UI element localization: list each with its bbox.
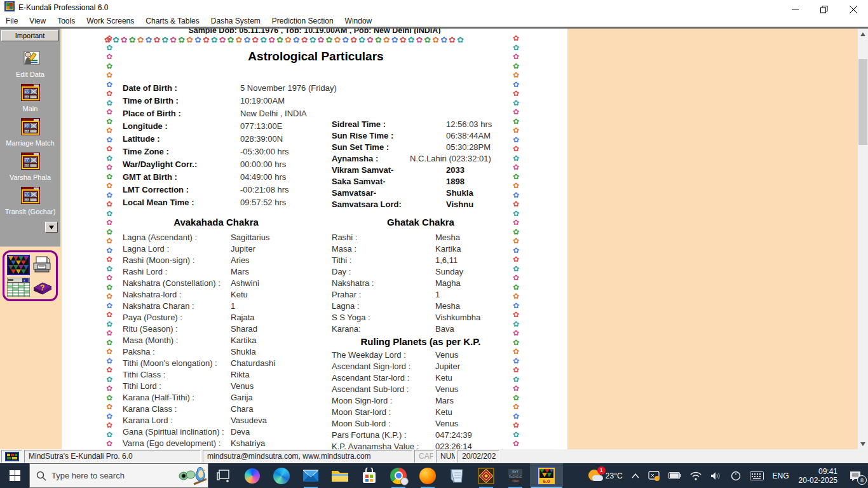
table-row: Tithi Lord : Venus: [123, 381, 336, 393]
menu-item[interactable]: Prediction Section: [266, 17, 339, 25]
row-label: S S Yoga :: [332, 313, 435, 322]
row-label: Moon Star-lord :: [332, 407, 435, 417]
row-value: -05:30:00 hrs: [240, 147, 289, 156]
table-icon[interactable]: x: [7, 278, 30, 299]
print-icon[interactable]: [31, 255, 53, 277]
row-value: Jupiter: [231, 244, 255, 254]
search-highlight-art-icon: [176, 465, 207, 487]
sidebar-scroll-down-button[interactable]: [45, 222, 58, 233]
clock-widget[interactable]: 09:41 20-02-2025: [794, 467, 843, 485]
sidebar-item-edit-data[interactable]: Edit Data: [0, 49, 60, 78]
volume-status-button[interactable]: [706, 463, 726, 488]
mail-icon: [302, 468, 319, 484]
menu-item[interactable]: Charts & Tables: [140, 17, 205, 25]
row-label: K.P. Ayanamsha Value :: [332, 442, 435, 449]
meet-now-button[interactable]: [726, 463, 745, 488]
row-value: Magha: [435, 278, 461, 288]
row-value: Venus: [231, 381, 254, 391]
table-row: Time of Birth : 10:19:00AM: [123, 96, 332, 109]
row-value: 047:24:39: [435, 430, 472, 440]
menu-item[interactable]: Tools: [51, 17, 81, 25]
table-row: Varna (Ego development) : Kshatriya: [123, 438, 336, 449]
svg-text:KeY: KeY: [512, 470, 519, 473]
file-explorer-button[interactable]: [325, 463, 355, 488]
scrollbar-thumb[interactable]: [858, 59, 867, 145]
row-value: Chara: [231, 404, 253, 414]
menu-item[interactable]: Work Screens: [81, 17, 140, 25]
copilot-button[interactable]: [238, 463, 267, 488]
wifi-status-button[interactable]: [686, 463, 706, 488]
row-value: Aries: [231, 255, 250, 265]
sidebar-item-marriage-match[interactable]: 38 Marriage Match: [0, 118, 60, 147]
notification-center-button[interactable]: 8: [843, 463, 868, 488]
help-book-icon[interactable]: ?: [31, 278, 53, 299]
ekundali-app-button[interactable]: 6.0: [530, 463, 563, 488]
row-label: Sidreal Time :: [332, 119, 446, 129]
edge-button[interactable]: [267, 463, 296, 488]
firefox-button[interactable]: [413, 463, 442, 488]
search-placeholder: Type here to search: [51, 471, 176, 480]
chevron-up-icon: [632, 473, 639, 478]
table-row: Day : Sunday: [332, 267, 522, 278]
mail-button[interactable]: [296, 463, 325, 488]
row-value: Sharad: [231, 324, 257, 334]
key-rashi-app-button[interactable]: KeYRaShiEsET8Rh: [501, 463, 530, 488]
microsoft-store-button[interactable]: [355, 463, 384, 488]
table-row: Rashi : Mesha: [332, 233, 522, 244]
kundali-chart-icon[interactable]: [7, 255, 30, 278]
table-row: S S Yoga : Vishkumbha: [332, 313, 522, 324]
notepad-button[interactable]: [442, 463, 471, 488]
row-value: Chaturdashi: [231, 358, 275, 368]
search-box[interactable]: Type here to search: [29, 463, 208, 488]
table-row: Sun Rise Time : 06:38:44AM: [332, 131, 522, 142]
firefox-icon: [419, 468, 436, 484]
table-row: War/Daylight Corr.: 00:00:00 hrs: [123, 159, 332, 172]
scroll-up-button[interactable]: [858, 29, 868, 39]
table-row: Masa (Month) : Kartika: [123, 336, 336, 347]
svg-text:38: 38: [25, 193, 30, 197]
sidebar-item-varsha-phala[interactable]: 38 Varsha Phala: [0, 152, 60, 181]
chevron-down-icon: [49, 226, 54, 229]
menu-item[interactable]: Dasha System: [205, 17, 266, 25]
row-value: 1: [231, 301, 235, 311]
touch-keyboard-button[interactable]: [745, 463, 768, 488]
taskbar: Type here to search: [0, 463, 868, 488]
row-value: 00:00:00 hrs: [240, 159, 286, 169]
row-value: Kartika: [231, 336, 256, 345]
speaker-icon: [710, 471, 722, 480]
section-title-avakahada: Avakahada Chakra: [119, 217, 313, 227]
vertical-scrollbar[interactable]: [858, 29, 868, 449]
menu-item[interactable]: Window: [339, 17, 378, 25]
row-value: 09:57:52 hrs: [240, 198, 286, 207]
cast-status-button[interactable]: [644, 463, 664, 488]
screen: E-Kundali Professional 6.0 FileViewTools…: [0, 0, 868, 488]
start-button[interactable]: [0, 463, 29, 488]
row-value: 028:39:00N: [240, 134, 283, 144]
table-row: Pars Fortuna (K.P.) : 047:24:39: [332, 430, 522, 442]
table-row: Ascendant Sub-lord : Venus: [332, 384, 522, 396]
tray-overflow-button[interactable]: [627, 463, 644, 488]
section-title-ruling-planets: Ruling Planets (as per K.P.: [329, 336, 513, 347]
row-value: 1: [435, 290, 440, 299]
menu-item[interactable]: View: [24, 17, 51, 25]
scroll-down-button[interactable]: [858, 438, 868, 449]
row-label: Paya (Posture) :: [123, 313, 231, 322]
row-value: Mesha: [435, 301, 460, 311]
sidebar-item-main[interactable]: 38 Main: [0, 84, 60, 112]
chrome-button[interactable]: [384, 463, 413, 488]
task-view-button[interactable]: [208, 463, 238, 488]
table-row: Lagna Lord : Jupiter: [123, 244, 336, 255]
language-indicator[interactable]: ENG: [768, 463, 794, 488]
battery-status-button[interactable]: [664, 463, 686, 488]
sidebar-item-transit-gochar[interactable]: 38 Transit (Gochar): [0, 187, 60, 215]
weather-widget[interactable]: 1 23°C: [583, 463, 627, 488]
row-label: Nakshatra Charan :: [123, 301, 231, 311]
row-value: Vasudeva: [231, 416, 267, 425]
row-label: Ascendant Star-lord :: [332, 373, 435, 383]
statusbar-caps-indicator: CAP:: [414, 450, 434, 463]
chevron-down-icon: [860, 442, 865, 446]
kundali-diamond-app-button[interactable]: [471, 463, 501, 488]
sidebar-important-button[interactable]: Important: [1, 30, 58, 41]
row-value: 04:49:00 hrs: [240, 172, 286, 182]
menu-item[interactable]: File: [0, 17, 24, 25]
